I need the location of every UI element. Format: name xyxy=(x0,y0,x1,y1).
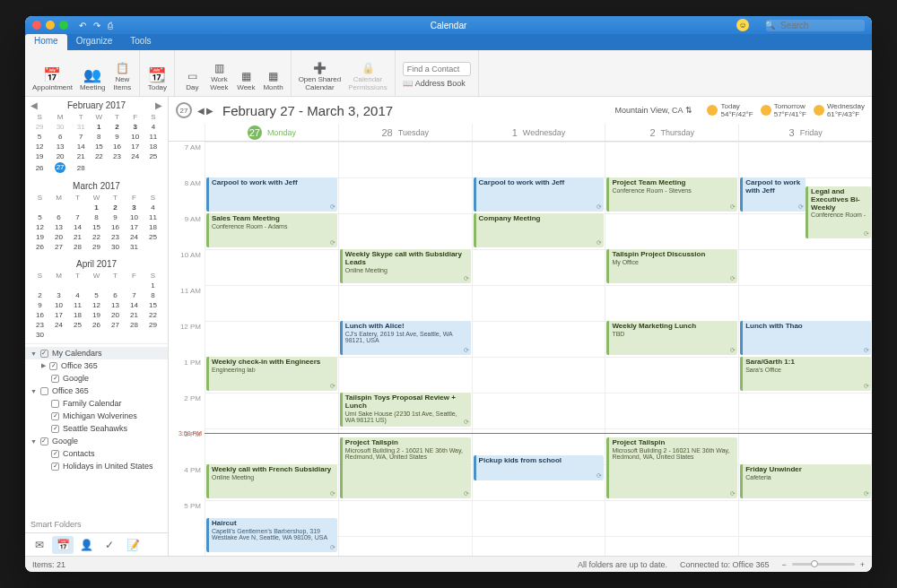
calendar-event[interactable]: Weekly Marketing LunchTBD⟳ xyxy=(606,321,737,355)
calendar-nav-button[interactable]: 📅 xyxy=(52,536,74,554)
weather-location[interactable]: Mountain View, CA⇅ xyxy=(615,106,693,115)
prev-month-button[interactable]: ◀ xyxy=(30,100,38,110)
calendar-event[interactable]: Company Meeting⟳ xyxy=(474,213,605,247)
mini-calendar[interactable]: ◀February 2017▶SMTWTFS293031123456789101… xyxy=(25,97,168,177)
calendar-group-header[interactable]: ▼✓My Calendars xyxy=(25,347,168,359)
calendar-item[interactable]: ✓Seattle Seahawks xyxy=(25,422,168,435)
checkbox[interactable]: ✓ xyxy=(51,412,59,420)
calendar-event[interactable]: Weekly check-in with EngineersEngineerin… xyxy=(206,357,337,391)
hour-label: 9 AM xyxy=(169,213,201,249)
go-to-today-button[interactable]: 27 xyxy=(176,102,192,118)
status-bar: Items: 21 All folders are up to date. Co… xyxy=(25,556,872,572)
tasks-nav-button[interactable]: ✓ xyxy=(99,536,120,554)
calendar-event[interactable]: Project TailspinMicrosoft Building 2 - 1… xyxy=(606,437,737,498)
calendar-item[interactable]: ▶✓Office 365 xyxy=(25,359,168,372)
day-column[interactable]: Carpool to work with Jeff⟳Legal and Exec… xyxy=(738,142,872,556)
calendar-event[interactable]: Lunch with Thao⟳ xyxy=(740,321,871,355)
calendar-event[interactable]: Tailspin Project DiscussionMy Office⟳ xyxy=(606,249,737,283)
calendar-event[interactable]: Sara/Garth 1:1Sara's Office⟳ xyxy=(740,357,871,391)
calendar-event[interactable]: Friday UnwinderCafeteria⟳ xyxy=(740,464,871,498)
print-icon[interactable]: ⎙ xyxy=(108,21,113,30)
search-input[interactable] xyxy=(766,20,865,31)
zoom-out-icon[interactable]: − xyxy=(781,560,786,569)
day-header[interactable]: 3Friday xyxy=(738,124,872,141)
mail-nav-button[interactable]: ✉ xyxy=(29,536,50,554)
calendar-event[interactable]: Carpool to work with Jeff⟳ xyxy=(474,177,605,212)
calendar-event[interactable]: Legal and Executives Bi-WeeklyConference… xyxy=(806,186,871,238)
calendar-event[interactable]: Sales Team MeetingConference Room - Adam… xyxy=(206,213,337,247)
open-shared-calendar-button[interactable]: ➕Open Shared Calendar xyxy=(295,61,345,94)
today-icon: 📆 xyxy=(148,67,166,83)
prev-week-button[interactable]: ◀ xyxy=(197,106,205,116)
day-column[interactable]: Carpool to work with Jeff⟳Sales Team Mee… xyxy=(205,142,338,556)
calendar-event[interactable]: Carpool to work with Jeff⟳ xyxy=(740,177,806,212)
notes-nav-button[interactable]: 📝 xyxy=(122,536,144,554)
work-week-view-button[interactable]: ▥Work Week xyxy=(205,61,232,94)
checkbox[interactable]: ✓ xyxy=(51,425,59,433)
calendar-event[interactable]: Weekly Skype call with Subsidiary LeadsO… xyxy=(340,249,471,283)
address-book-button[interactable]: 📖Address Book xyxy=(403,78,466,89)
calendar-area: 27 ◀▶ February 27 - March 3, 2017 Mounta… xyxy=(169,97,872,556)
minimize-window-button[interactable] xyxy=(46,21,55,30)
calendar-event[interactable]: Pickup kids from school⟳ xyxy=(474,455,605,480)
day-column[interactable]: Project Team MeetingConference Room - St… xyxy=(605,142,738,556)
meeting-button[interactable]: 👥Meeting xyxy=(76,65,109,94)
zoom-in-icon[interactable]: + xyxy=(860,560,865,569)
day-column[interactable]: Carpool to work with Jeff⟳Company Meetin… xyxy=(472,142,605,556)
calendar-event[interactable]: Lunch with Alice!CJ's Eatery, 2619 1st A… xyxy=(340,321,471,355)
weather-day[interactable]: Tomorrow57°F/41°F xyxy=(761,102,806,118)
calendar-event[interactable]: Carpool to work with Jeff⟳ xyxy=(206,177,337,212)
calendar-item[interactable]: ✓Holidays in United States xyxy=(25,460,168,472)
calendar-event[interactable]: Project TailspinMicrosoft Building 2 - 1… xyxy=(340,437,471,498)
day-header[interactable]: 2Thursday xyxy=(605,124,738,141)
calendar-event[interactable]: Tailspin Toys Proposal Review + LunchUmi… xyxy=(340,393,471,427)
checkbox[interactable]: ✓ xyxy=(40,350,48,358)
zoom-window-button[interactable] xyxy=(59,21,68,30)
calendar-event[interactable]: Project Team MeetingConference Room - St… xyxy=(606,177,737,212)
day-view-button[interactable]: ▭Day xyxy=(179,69,205,94)
zoom-slider[interactable]: − + xyxy=(781,560,865,569)
calendar-item[interactable]: ✓Contacts xyxy=(25,447,168,460)
calendar-item[interactable]: ✓Michigan Wolverines xyxy=(25,410,168,422)
checkbox[interactable] xyxy=(51,400,59,408)
appointment-button[interactable]: 📅Appointment xyxy=(29,65,76,94)
calendar-grid[interactable]: 7 AM8 AM9 AM10 AM11 AM12 PM1 PM2 PM3 PM4… xyxy=(169,142,872,556)
weather-day[interactable]: Wednesday61°F/43°F xyxy=(814,102,865,118)
calendar-item[interactable]: ✓Google xyxy=(25,372,168,385)
new-items-button[interactable]: 📋New Items xyxy=(109,61,135,94)
calendar-group-header[interactable]: ▼✓Google xyxy=(25,435,168,447)
sidebar: ◀February 2017▶SMTWTFS293031123456789101… xyxy=(25,97,169,556)
weather-day[interactable]: Today54°F/42°F xyxy=(707,102,753,118)
checkbox[interactable]: ✓ xyxy=(40,437,48,445)
feedback-smiley-icon[interactable]: ☺ xyxy=(736,19,749,31)
checkbox[interactable]: ✓ xyxy=(51,375,59,383)
tab-tools[interactable]: Tools xyxy=(121,34,160,50)
people-nav-button[interactable]: 👤 xyxy=(75,536,97,554)
next-week-button[interactable]: ▶ xyxy=(206,106,213,116)
day-header[interactable]: 1Wednesday xyxy=(472,124,605,141)
checkbox[interactable]: ✓ xyxy=(51,450,59,458)
redo-icon[interactable]: ↷ xyxy=(93,21,100,30)
find-contact-input[interactable] xyxy=(403,62,471,76)
calendar-event[interactable]: HaircutCapelli's Gentlemen's Barbershop,… xyxy=(206,518,337,552)
calendar-item[interactable]: Family Calendar xyxy=(25,397,168,410)
calendar-group-header[interactable]: ▼Office 365 xyxy=(25,385,168,397)
undo-icon[interactable]: ↶ xyxy=(79,21,86,30)
month-view-button[interactable]: ▦Month xyxy=(259,69,286,94)
checkbox[interactable]: ✓ xyxy=(49,362,57,370)
week-view-button[interactable]: ▦Week xyxy=(232,69,259,94)
day-header[interactable]: 27Monday xyxy=(205,124,338,141)
close-window-button[interactable] xyxy=(32,21,41,30)
calendar-event[interactable]: Weekly call with French SubsidiaryOnline… xyxy=(206,464,337,498)
checkbox[interactable] xyxy=(40,387,48,395)
checkbox[interactable]: ✓ xyxy=(51,463,59,471)
next-month-button[interactable]: ▶ xyxy=(155,100,162,110)
day-column[interactable]: Weekly Skype call with Subsidiary LeadsO… xyxy=(338,142,472,556)
mini-calendar[interactable]: March 2017SMTWTFS12345678910111213141516… xyxy=(25,177,168,255)
tab-organize[interactable]: Organize xyxy=(67,34,122,50)
today-button[interactable]: 📆Today xyxy=(144,65,170,94)
smart-folders-label[interactable]: Smart Folders xyxy=(25,516,168,532)
day-header[interactable]: 28Tuesday xyxy=(338,124,472,141)
tab-home[interactable]: Home xyxy=(25,34,67,50)
mini-calendar[interactable]: April 2017SMTWTFS12345678910111213141516… xyxy=(25,255,168,343)
